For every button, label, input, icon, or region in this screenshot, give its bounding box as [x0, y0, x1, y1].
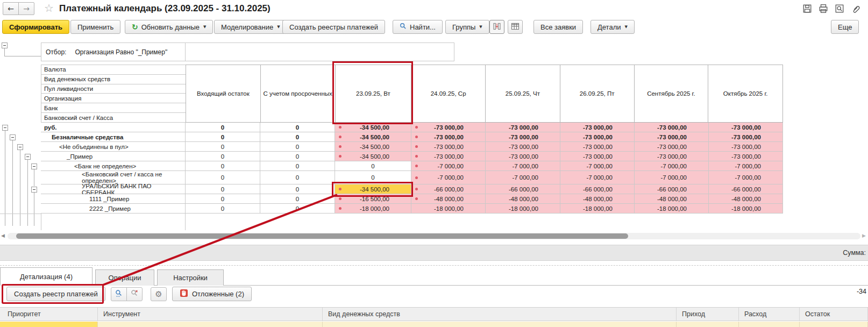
link-icon[interactable]	[851, 4, 862, 15]
overdue-balance-cell[interactable]: 0	[260, 123, 335, 132]
dimension-row[interactable]: Вид денежных средств	[41, 75, 186, 84]
detail-column-header[interactable]: Инструмент	[98, 308, 323, 321]
print-icon[interactable]	[819, 4, 829, 15]
value-cell[interactable]: -73 000,00	[635, 132, 709, 142]
column-header[interactable]: 23.09.25, Вт	[336, 65, 412, 122]
value-cell[interactable]: 0	[335, 161, 411, 171]
value-cell[interactable]: -18 000,00	[709, 204, 783, 214]
preview-icon[interactable]	[835, 4, 845, 15]
tab-detailing[interactable]: Детализация (4)	[0, 267, 93, 286]
tab-settings[interactable]: Настройки	[157, 269, 224, 286]
tab-operations[interactable]: Операции	[95, 269, 154, 286]
detail-table-row[interactable]	[0, 322, 868, 327]
value-cell[interactable]: -73 000,00	[411, 152, 486, 161]
find-button[interactable]: Найти...	[393, 20, 443, 34]
detail-row-cell[interactable]	[800, 322, 868, 327]
detail-search-button[interactable]	[111, 287, 127, 301]
opening-balance-cell[interactable]: 0	[186, 142, 260, 152]
detail-column-header[interactable]: Вид денежных средств	[323, 308, 677, 321]
tree-expander-root[interactable]	[2, 42, 8, 48]
value-cell[interactable]: -66 000,00	[709, 184, 783, 194]
column-header[interactable]: 24.09.25, Ср	[411, 65, 486, 122]
deferred-button[interactable]: Отложенные (2)	[172, 287, 252, 301]
value-cell[interactable]: -48 000,00	[560, 194, 635, 204]
apply-button[interactable]: Применить	[70, 20, 120, 34]
value-cell[interactable]: -7 000,00	[411, 171, 486, 184]
forward-button[interactable]: →	[18, 2, 34, 15]
value-cell[interactable]: -18 000,00	[411, 204, 486, 214]
tree-expander[interactable]	[31, 164, 37, 169]
generate-button[interactable]: Сформировать	[2, 20, 69, 34]
value-cell[interactable]: -7 000,00	[560, 171, 635, 184]
value-cell[interactable]: -7 000,00	[709, 161, 783, 171]
opening-balance-cell[interactable]: 0	[186, 184, 260, 194]
overdue-balance-cell[interactable]: 0	[260, 171, 335, 184]
detail-column-header[interactable]: Расход	[739, 308, 800, 321]
overdue-balance-cell[interactable]: 0	[260, 132, 335, 142]
value-cell[interactable]: -18 000,00	[560, 204, 635, 214]
value-cell[interactable]: -73 000,00	[486, 123, 560, 132]
opening-balance-cell[interactable]: 0	[186, 194, 260, 204]
details-button[interactable]: Детали▼	[590, 20, 635, 34]
value-cell[interactable]: -7 000,00	[635, 171, 709, 184]
overdue-balance-cell[interactable]: 0	[260, 204, 335, 214]
value-cell[interactable]: -73 000,00	[709, 132, 783, 142]
groups-button[interactable]: Группы▼	[445, 20, 489, 34]
value-cell[interactable]: -73 000,00	[411, 132, 486, 142]
create-registries-button[interactable]: Создать реестры платежей	[282, 20, 385, 34]
detail-clear-search-button[interactable]	[126, 287, 143, 301]
value-cell[interactable]: -48 000,00	[486, 194, 560, 204]
value-cell[interactable]: -73 000,00	[709, 152, 783, 161]
column-header[interactable]: 25.09.25, Чт	[486, 65, 560, 122]
value-cell[interactable]: -73 000,00	[560, 152, 635, 161]
value-cell[interactable]: -7 000,00	[709, 171, 783, 184]
value-cell[interactable]: -73 000,00	[709, 123, 783, 132]
value-cell[interactable]: -48 000,00	[709, 194, 783, 204]
tree-expander[interactable]	[31, 187, 37, 193]
scroll-left-icon[interactable]: ◀	[1, 233, 5, 238]
detail-row-cell[interactable]	[323, 322, 677, 327]
value-cell[interactable]: -48 000,00	[411, 194, 486, 204]
opening-balance-cell[interactable]: 0	[186, 204, 260, 214]
overdue-balance-cell[interactable]: 0	[260, 184, 335, 194]
value-cell[interactable]: -18 000,00	[635, 204, 709, 214]
value-cell[interactable]: -73 000,00	[635, 123, 709, 132]
opening-balance-cell[interactable]: 0	[186, 171, 260, 184]
scroll-right-icon[interactable]: ▶	[862, 233, 866, 238]
column-header[interactable]: Сентябрь 2025 г.	[635, 65, 709, 122]
detail-row-cell[interactable]	[98, 322, 323, 327]
all-requests-button[interactable]: Все заявки	[533, 20, 583, 34]
opening-balance-cell[interactable]: 0	[186, 132, 260, 142]
table-settings-button[interactable]	[508, 20, 523, 34]
opening-balance-cell[interactable]: 0	[186, 152, 260, 161]
row-label[interactable]: руб.	[41, 123, 186, 132]
value-cell[interactable]: -16 500,00	[335, 194, 411, 204]
value-cell[interactable]: -18 000,00	[335, 204, 411, 214]
value-cell[interactable]: -73 000,00	[560, 142, 635, 152]
value-cell[interactable]: -34 500,00	[335, 132, 411, 142]
value-cell[interactable]: -66 000,00	[486, 184, 560, 194]
value-cell[interactable]: -73 000,00	[709, 142, 783, 152]
value-cell[interactable]: -66 000,00	[560, 184, 635, 194]
row-label[interactable]: <Банк не определен>	[41, 161, 186, 171]
detail-column-header[interactable]: Остаток	[800, 308, 868, 321]
overdue-balance-cell[interactable]: 0	[260, 194, 335, 204]
overdue-balance-cell[interactable]: 0	[260, 152, 335, 161]
dimension-row[interactable]: Организация	[41, 94, 186, 103]
column-header[interactable]: 26.09.25, Пт	[560, 65, 635, 122]
value-cell[interactable]: -73 000,00	[411, 123, 486, 132]
detail-row-cell[interactable]	[0, 322, 98, 327]
tree-expander[interactable]	[10, 134, 16, 140]
overdue-balance-cell[interactable]: 0	[260, 142, 335, 152]
favorite-star-icon[interactable]: ☆	[44, 2, 54, 15]
tree-expander[interactable]	[2, 125, 8, 131]
column-header[interactable]: С учетом просроченных	[261, 65, 336, 122]
column-header[interactable]: Октябрь 2025 г.	[708, 65, 782, 122]
value-cell[interactable]: -73 000,00	[411, 142, 486, 152]
value-cell[interactable]: -73 000,00	[635, 142, 709, 152]
back-button[interactable]: ←	[3, 2, 19, 15]
row-label[interactable]: <Не объединены в пул>	[41, 142, 186, 152]
modeling-button[interactable]: Моделирование▼	[214, 20, 287, 34]
value-cell[interactable]: -34 500,00	[335, 123, 411, 132]
refresh-data-button[interactable]: ↻ Обновить данные▼	[125, 20, 213, 34]
